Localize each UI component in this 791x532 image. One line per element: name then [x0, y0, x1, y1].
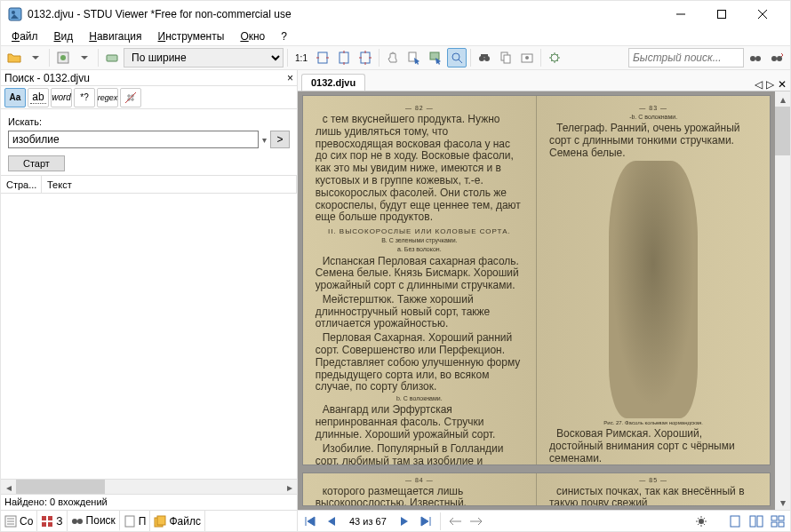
next-page-button[interactable] [396, 513, 413, 529]
fit-height-icon[interactable] [334, 48, 354, 67]
start-search-button[interactable]: Старт [8, 155, 65, 171]
select-image-icon[interactable] [426, 48, 445, 67]
svg-rect-13 [430, 52, 439, 60]
case-sensitive-toggle[interactable]: Aa [4, 88, 26, 107]
svg-rect-8 [107, 55, 117, 61]
scan-icon[interactable] [102, 48, 122, 67]
fit-page-icon[interactable] [356, 48, 375, 67]
prev-page-button[interactable] [323, 513, 340, 529]
continuous-view-icon[interactable] [769, 513, 787, 529]
brightness-icon[interactable] [692, 513, 710, 529]
binoculars-icon[interactable] [475, 48, 494, 67]
results-header: Стра... Текст [1, 176, 297, 194]
search-form: Искать: ▾ > Старт [1, 109, 297, 176]
page-area[interactable]: — 82 — с тем вкуснейшего продукта. Нужно… [298, 91, 775, 510]
results-list [1, 194, 297, 479]
doc-tab-active[interactable]: 0132.djvu [301, 74, 365, 91]
results-hscroll[interactable]: ◂ ▸ [1, 479, 297, 494]
svg-rect-39 [125, 516, 134, 527]
plant-illustration [609, 161, 698, 418]
svg-point-37 [72, 519, 77, 524]
find-next-icon[interactable] [767, 48, 787, 67]
svg-line-28 [125, 92, 136, 103]
files-icon [154, 515, 166, 528]
close-panel-icon[interactable]: × [287, 72, 293, 84]
close-tab-icon[interactable]: ✕ [778, 78, 787, 91]
menu-window[interactable]: Окно [233, 28, 272, 44]
maximize-button[interactable] [701, 1, 742, 28]
svg-point-24 [750, 56, 755, 61]
prev-tab-icon[interactable]: ◁ [755, 78, 763, 91]
scroll-up-icon[interactable]: ▴ [775, 91, 790, 107]
close-button[interactable] [742, 1, 783, 28]
word-toggle[interactable]: word [51, 88, 72, 107]
fit-width-icon[interactable] [313, 48, 332, 67]
snapshot-icon[interactable] [517, 48, 537, 67]
minimize-button[interactable] [660, 1, 701, 28]
binoculars-icon [71, 514, 84, 527]
quick-search-input[interactable] [628, 48, 744, 67]
svg-rect-36 [48, 522, 52, 527]
hash-toggle[interactable] [120, 88, 141, 107]
svg-rect-3 [718, 11, 726, 19]
whole-word-toggle[interactable]: ab [28, 88, 49, 107]
menu-navigation[interactable]: Навигация [82, 28, 148, 44]
find-prev-icon[interactable] [746, 48, 765, 67]
svg-rect-44 [750, 516, 755, 527]
sidebar: Поиск - 0132.djvu × Aa ab word *? regex … [1, 70, 298, 531]
first-page-button[interactable] [301, 513, 319, 529]
svg-point-14 [452, 53, 459, 60]
app-icon [8, 7, 22, 21]
col-page[interactable]: Стра... [1, 176, 42, 193]
next-tab-icon[interactable]: ▷ [766, 78, 774, 91]
main-toolbar: По ширине 1:1 [1, 45, 790, 70]
search-input[interactable] [8, 131, 259, 148]
history-forward-button[interactable] [467, 513, 485, 529]
wildcard-toggle[interactable]: *? [74, 88, 95, 107]
dropdown-icon[interactable] [26, 48, 45, 67]
dropdown-icon[interactable] [75, 48, 94, 67]
zoom-1to1-button[interactable]: 1:1 [292, 48, 311, 67]
svg-point-22 [525, 56, 529, 60]
search-history-dropdown-icon[interactable]: ▾ [262, 135, 267, 145]
select-text-icon[interactable] [404, 48, 424, 67]
export-setup-icon[interactable] [53, 48, 73, 67]
open-file-icon[interactable] [4, 48, 24, 67]
hand-tool-icon[interactable] [383, 48, 403, 67]
menubar: Файл Вид Навигация Инструменты Окно ? [1, 28, 790, 45]
viewer-vscroll[interactable]: ▴ ▾ [775, 91, 790, 510]
page-right-next: — 85 — синистых почках, так как внесённы… [537, 473, 770, 505]
copy-icon[interactable] [496, 48, 515, 67]
menu-view[interactable]: Вид [47, 28, 81, 44]
tab-search[interactable]: Поиск [68, 511, 120, 531]
tab-thumbnails[interactable]: З [37, 511, 67, 531]
svg-line-15 [459, 60, 462, 63]
svg-rect-35 [42, 522, 46, 527]
search-go-button[interactable]: > [270, 131, 290, 148]
history-back-button[interactable] [446, 513, 464, 529]
zoom-select[interactable]: По ширине [124, 48, 284, 67]
page-left-next: — 84 — которого размещается лишь высокор… [303, 473, 537, 505]
svg-rect-43 [731, 516, 739, 527]
menu-tools[interactable]: Инструменты [151, 28, 232, 44]
settings-icon[interactable] [545, 48, 564, 67]
menu-help[interactable]: ? [274, 28, 294, 44]
sidebar-tabs: Со З Поиск П Файлс [1, 510, 297, 531]
menu-file[interactable]: Файл [4, 28, 45, 44]
regex-toggle[interactable]: regex [97, 88, 118, 107]
tab-files[interactable]: Файлс [150, 511, 205, 531]
scroll-down-icon[interactable]: ▾ [775, 495, 790, 510]
tab-properties[interactable]: П [120, 511, 151, 531]
svg-point-42 [699, 519, 704, 524]
page-right: — 83 — -b. С волокнами. Телеграф. Ранний… [537, 96, 770, 465]
single-page-view-icon[interactable] [726, 513, 744, 529]
last-page-button[interactable] [417, 513, 435, 529]
tab-contents[interactable]: Со [1, 511, 37, 531]
page-left: — 82 — с тем вкуснейшего продукта. Нужно… [303, 96, 537, 465]
zoom-region-icon[interactable] [447, 48, 467, 67]
col-text[interactable]: Текст [42, 176, 297, 193]
page-counter: 43 из 67 [349, 516, 387, 527]
svg-point-26 [771, 56, 777, 61]
window-title: 0132.djvu - STDU Viewer *Free for non-co… [28, 8, 660, 20]
facing-pages-view-icon[interactable] [747, 513, 765, 529]
